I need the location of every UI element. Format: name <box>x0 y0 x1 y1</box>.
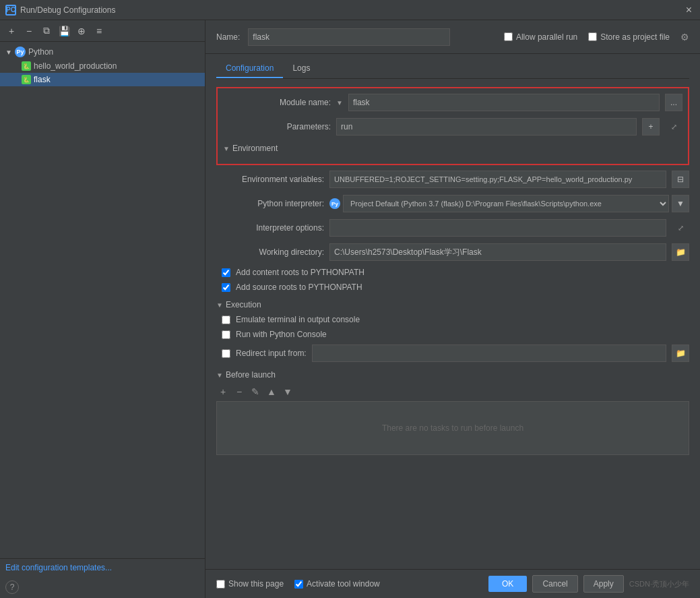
remove-config-button[interactable]: − <box>22 24 36 38</box>
sidebar-bottom: ? <box>0 576 205 598</box>
env-variables-row: Environment variables: ⊟ <box>216 171 689 188</box>
working-directory-label: Working directory: <box>216 247 324 257</box>
add-content-roots-row: Add content roots to PYTHONPATH <box>216 268 689 277</box>
allow-parallel-run-checkbox[interactable] <box>504 32 513 41</box>
before-launch-header: ▼ Before launch <box>216 370 689 380</box>
redirect-input-row: Redirect input from: 📁 <box>216 345 689 362</box>
sidebar-footer: Edit configuration templates... <box>0 558 205 576</box>
parameters-expand-button[interactable]: ⤢ <box>665 118 682 136</box>
store-as-project-file-label[interactable]: Store as project file <box>588 32 670 42</box>
working-directory-browse-button[interactable]: 📁 <box>672 243 689 261</box>
activate-tool-window-text: Activate tool window <box>307 579 380 589</box>
python-group-header[interactable]: ▼ Py Python <box>0 44 205 59</box>
allow-parallel-run-label[interactable]: Allow parallel run <box>504 32 577 42</box>
add-source-roots-checkbox[interactable] <box>222 283 230 292</box>
parameters-row: Parameters: + ⤢ <box>223 118 682 136</box>
env-variables-input[interactable] <box>329 171 666 188</box>
main-panel: Name: Allow parallel run Store as projec… <box>205 20 700 598</box>
add-content-roots-label[interactable]: Add content roots to PYTHONPATH <box>236 268 364 277</box>
sidebar: + − ⧉ 💾 ⊕ ≡ ▼ Py Python 🐍 hello_world_pr… <box>0 20 205 598</box>
show-this-page-label[interactable]: Show this page <box>216 579 284 589</box>
tab-configuration[interactable]: Configuration <box>216 59 283 78</box>
python-icon: Py <box>15 47 26 57</box>
cancel-button[interactable]: Cancel <box>532 575 577 593</box>
interpreter-options-label: Interpreter options: <box>216 223 324 233</box>
activate-tool-window-checkbox[interactable] <box>294 580 303 589</box>
interpreter-options-input[interactable] <box>329 219 666 237</box>
environment-label: Environment <box>232 144 278 153</box>
close-button[interactable]: × <box>683 4 695 16</box>
app-icon: PC <box>5 5 16 16</box>
share-config-button[interactable]: ⊕ <box>74 24 89 38</box>
title-bar: PC Run/Debug Configurations × <box>0 0 700 20</box>
env-variables-browse-button[interactable]: ⊟ <box>672 171 689 188</box>
parameters-label: Parameters: <box>223 122 331 131</box>
before-launch-edit-button[interactable]: ✎ <box>249 385 262 398</box>
sidebar-toolbar: + − ⧉ 💾 ⊕ ≡ <box>0 20 205 42</box>
main-header: Name: Allow parallel run Store as projec… <box>205 20 700 54</box>
redirect-input-browse-button[interactable]: 📁 <box>672 345 689 362</box>
working-directory-input[interactable] <box>329 243 666 261</box>
interpreter-options-expand-button[interactable]: ⤢ <box>672 219 689 237</box>
copy-config-button[interactable]: ⧉ <box>39 24 54 38</box>
emulate-terminal-checkbox[interactable] <box>222 316 230 324</box>
main-content: Configuration Logs Module name: ▼ <box>205 54 700 569</box>
name-label: Name: <box>216 32 240 42</box>
module-name-input[interactable] <box>348 94 660 111</box>
interpreter-python-icon: Py <box>329 198 340 209</box>
sort-config-button[interactable]: ≡ <box>92 24 106 38</box>
name-input[interactable] <box>248 28 450 46</box>
activate-tool-window-label[interactable]: Activate tool window <box>294 579 380 589</box>
show-this-page-checkbox[interactable] <box>216 580 225 589</box>
parameters-add-button[interactable]: + <box>642 118 660 136</box>
tab-logs[interactable]: Logs <box>283 59 319 78</box>
flask-label: flask <box>34 75 51 84</box>
dropdown-arrow-icon[interactable]: ▼ <box>336 99 343 107</box>
before-launch-label: Before launch <box>226 370 276 380</box>
run-python-console-label[interactable]: Run with Python Console <box>236 330 327 339</box>
store-as-project-file-checkbox[interactable] <box>588 32 597 41</box>
execution-toggle[interactable]: ▼ <box>216 301 223 309</box>
interpreter-browse-button[interactable]: ▼ <box>672 195 689 212</box>
add-content-roots-checkbox[interactable] <box>222 268 230 277</box>
redirect-input-label[interactable]: Redirect input from: <box>236 349 307 358</box>
before-launch-remove-button[interactable]: − <box>232 385 246 398</box>
module-name-row: Module name: ▼ ... <box>223 94 682 111</box>
interpreter-select[interactable]: Project Default (Python 3.7 (flask)) D:\… <box>343 195 669 212</box>
module-name-browse-button[interactable]: ... <box>665 94 682 111</box>
apply-button[interactable]: Apply <box>583 575 624 593</box>
ok-button[interactable]: OK <box>488 576 527 592</box>
before-launch-move-down-button[interactable]: ▼ <box>281 385 294 398</box>
help-button[interactable]: ? <box>5 580 19 594</box>
save-config-button[interactable]: 💾 <box>57 24 71 38</box>
environment-section-header: ▼ Environment <box>223 144 682 153</box>
python-interpreter-label: Python interpreter: <box>216 199 324 208</box>
before-launch-add-button[interactable]: + <box>216 385 230 398</box>
store-as-project-file-text: Store as project file <box>600 32 670 42</box>
tabs-bar: Configuration Logs <box>216 54 689 79</box>
add-config-button[interactable]: + <box>4 24 19 38</box>
run-python-console-checkbox[interactable] <box>222 330 230 339</box>
parameters-input[interactable] <box>336 118 637 136</box>
add-source-roots-label[interactable]: Add source roots to PYTHONPATH <box>236 282 362 292</box>
gear-icon[interactable]: ⚙ <box>680 32 689 42</box>
working-directory-row: Working directory: 📁 <box>216 243 689 261</box>
before-launch-toolbar: + − ✎ ▲ ▼ <box>216 385 689 398</box>
emulate-terminal-row: Emulate terminal in output console <box>216 315 689 324</box>
before-launch-toggle[interactable]: ▼ <box>216 371 223 379</box>
interpreter-select-wrap: Project Default (Python 3.7 (flask)) D:\… <box>343 195 669 212</box>
python-interpreter-row: Python interpreter: Py Project Default (… <box>216 195 689 212</box>
config-item-flask[interactable]: 🐍 flask <box>0 73 205 86</box>
before-launch-empty-message: There are no tasks to run before launch <box>382 423 523 433</box>
emulate-terminal-label[interactable]: Emulate terminal in output console <box>236 315 360 324</box>
edit-templates-link[interactable]: Edit configuration templates... <box>5 563 112 572</box>
before-launch-move-up-button[interactable]: ▲ <box>265 385 278 398</box>
config-item-hello-world[interactable]: 🐍 hello_world_production <box>0 59 205 73</box>
redirect-input-field[interactable] <box>312 345 666 362</box>
highlighted-section: Module name: ▼ ... Parameters: + ⤢ <box>216 87 689 165</box>
module-name-dropdown: ▼ <box>336 99 343 107</box>
environment-toggle[interactable]: ▼ <box>223 145 230 152</box>
redirect-input-checkbox[interactable] <box>222 349 230 358</box>
hello-world-label: hello_world_production <box>34 61 117 71</box>
interpreter-options-row: Interpreter options: ⤢ <box>216 219 689 237</box>
